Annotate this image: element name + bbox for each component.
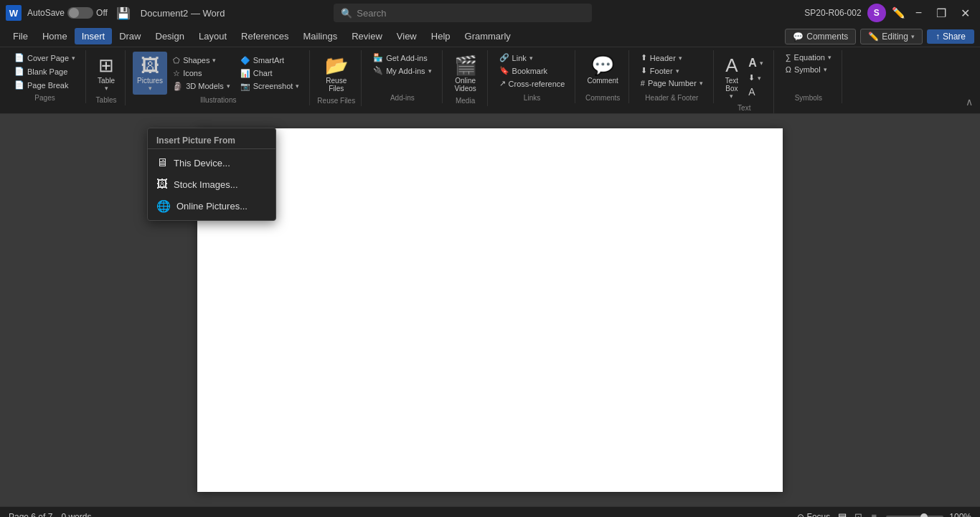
user-id: SP20-R06-002 bbox=[804, 8, 861, 18]
footer-button[interactable]: ⬇ Footer ▾ bbox=[636, 65, 707, 77]
screenshot-button[interactable]: 📷 Screenshot ▾ bbox=[236, 80, 304, 93]
get-addins-button[interactable]: 🏪 Get Add-ins bbox=[369, 52, 435, 64]
shapes-button[interactable]: ⬠ Shapes ▾ bbox=[169, 54, 235, 67]
menu-draw[interactable]: Draw bbox=[112, 28, 148, 44]
cross-reference-icon: ↗ bbox=[499, 79, 506, 88]
online-pictures-label: Online Pictures... bbox=[176, 201, 248, 212]
search-icon: 🔍 bbox=[341, 8, 352, 19]
comments-button[interactable]: 💬 Comments bbox=[785, 29, 856, 44]
smartart-icon: 🔷 bbox=[240, 56, 250, 65]
text-col2: A ▾ ⬇ ▾ A bbox=[744, 55, 768, 99]
page-break-icon: 📄 bbox=[14, 80, 24, 90]
symbol-button[interactable]: Ω Symbol ▾ bbox=[781, 64, 836, 75]
ribbon: 📄 Cover Page ▾ 📄 Blank Page 📄 Page Break… bbox=[0, 47, 980, 114]
ribbon-expand-button[interactable]: ∧ bbox=[963, 93, 976, 110]
text-btn2[interactable]: ⬇ ▾ bbox=[744, 72, 768, 84]
zoom-thumb[interactable] bbox=[920, 513, 928, 517]
this-device-icon: 🖥 bbox=[156, 156, 168, 169]
reuse-files-button[interactable]: 📂 ReuseFiles bbox=[321, 52, 352, 95]
equation-icon: ∑ bbox=[786, 53, 791, 62]
close-button[interactable]: ✕ bbox=[956, 5, 974, 22]
menu-design[interactable]: Design bbox=[149, 28, 192, 44]
ribbon-group-text: A TextBox ▾ A ▾ ⬇ ▾ A Text bbox=[715, 50, 774, 113]
maximize-button[interactable]: ❐ bbox=[932, 5, 951, 22]
doc-title: Document2 — Word bbox=[141, 8, 225, 19]
focus-button[interactable]: ⊙ Focus bbox=[797, 512, 831, 517]
chart-button[interactable]: 📊 Chart bbox=[236, 67, 304, 80]
ribbon-group-addins: 🏪 Get Add-ins 🔌 My Add-ins ▾ Add-ins bbox=[363, 50, 442, 103]
3dmodels-button[interactable]: 🗿 3D Models ▾ bbox=[169, 80, 235, 93]
equation-button[interactable]: ∑ Equation ▾ bbox=[781, 52, 836, 63]
header-button[interactable]: ⬆ Header ▾ bbox=[636, 52, 707, 64]
menu-grammarly[interactable]: Grammarly bbox=[458, 28, 518, 44]
dropdown-header: Insert Picture From bbox=[148, 131, 275, 149]
minimize-button[interactable]: − bbox=[911, 5, 926, 21]
menu-home[interactable]: Home bbox=[35, 28, 75, 44]
menu-layout[interactable]: Layout bbox=[192, 28, 234, 44]
cross-reference-button[interactable]: ↗ Cross-reference bbox=[495, 77, 570, 90]
ribbon-group-pages: 📄 Cover Page ▾ 📄 Blank Page 📄 Page Break… bbox=[4, 50, 86, 103]
save-icon[interactable]: 💾 bbox=[116, 6, 131, 20]
cover-page-button[interactable]: 📄 Cover Page ▾ bbox=[10, 52, 80, 64]
comments-icon: 💬 bbox=[793, 32, 804, 42]
pictures-button[interactable]: 🖼 Pictures ▾ bbox=[133, 52, 167, 95]
web-layout-view[interactable]: ⊡ bbox=[852, 511, 864, 517]
text-btn1[interactable]: A ▾ bbox=[744, 55, 768, 71]
bookmark-button[interactable]: 🔖 Bookmark bbox=[495, 65, 570, 77]
menu-review[interactable]: Review bbox=[344, 28, 390, 44]
menu-references[interactable]: References bbox=[234, 28, 296, 44]
autosave-state: Off bbox=[96, 8, 108, 18]
text-btn3[interactable]: A bbox=[744, 85, 768, 99]
header-icon: ⬆ bbox=[641, 53, 647, 62]
menu-right: 💬 Comments ✏️ Editing ▾ ↑ Share bbox=[785, 29, 974, 44]
pictures-icon: 🖼 bbox=[141, 54, 159, 77]
menu-mailings[interactable]: Mailings bbox=[296, 28, 345, 44]
link-button[interactable]: 🔗 Link ▾ bbox=[495, 52, 570, 64]
page-number-button[interactable]: # Page Number ▾ bbox=[636, 77, 707, 89]
stock-images-label: Stock Images... bbox=[174, 179, 238, 190]
search-bar[interactable]: 🔍 Search bbox=[334, 4, 592, 22]
textbox-button[interactable]: A TextBox ▾ bbox=[721, 52, 743, 103]
blank-page-button[interactable]: 📄 Blank Page bbox=[10, 65, 80, 77]
comment-button[interactable]: 💬 Comment bbox=[583, 52, 622, 87]
online-pictures-item[interactable]: 🌐 Online Pictures... bbox=[148, 195, 275, 217]
screenshot-icon: 📷 bbox=[240, 82, 250, 91]
this-device-item[interactable]: 🖥 This Device... bbox=[148, 152, 275, 174]
read-mode-view[interactable]: ≡ bbox=[867, 511, 880, 517]
menu-help[interactable]: Help bbox=[424, 28, 458, 44]
autosave-label: AutoSave bbox=[27, 8, 65, 18]
ribbon-group-comments: 💬 Comment Comments bbox=[577, 50, 628, 103]
my-addins-icon: 🔌 bbox=[373, 66, 383, 75]
symbols-col: ∑ Equation ▾ Ω Symbol ▾ bbox=[781, 52, 836, 75]
table-button[interactable]: ⊞ Table ▾ bbox=[93, 52, 119, 95]
smartart-button[interactable]: 🔷 SmartArt bbox=[236, 54, 304, 67]
ribbon-group-symbols: ∑ Equation ▾ Ω Symbol ▾ Symbols bbox=[776, 50, 842, 103]
menu-insert[interactable]: Insert bbox=[75, 28, 113, 44]
stock-images-item[interactable]: 🖼 Stock Images... bbox=[148, 174, 275, 195]
online-pictures-icon: 🌐 bbox=[156, 199, 171, 213]
share-button[interactable]: ↑ Share bbox=[927, 29, 974, 44]
hf-col: ⬆ Header ▾ ⬇ Footer ▾ # Page Number ▾ bbox=[636, 52, 707, 89]
menu-file[interactable]: File bbox=[6, 28, 35, 44]
pages-group-label: Pages bbox=[34, 94, 55, 102]
icons-button[interactable]: ☆ Icons bbox=[169, 67, 235, 80]
print-layout-view[interactable]: ▤ bbox=[836, 511, 849, 517]
menu-view[interactable]: View bbox=[390, 28, 424, 44]
hf-group-label: Header & Footer bbox=[645, 94, 698, 102]
ribbon-group-links: 🔗 Link ▾ 🔖 Bookmark ↗ Cross-reference Li… bbox=[489, 50, 576, 103]
search-placeholder: Search bbox=[357, 8, 386, 19]
editing-icon: ✏️ bbox=[868, 32, 879, 42]
autosave-toggle[interactable] bbox=[67, 7, 93, 19]
word-logo: W bbox=[6, 5, 22, 21]
edit-icon[interactable]: ✏️ bbox=[892, 6, 905, 19]
pages-items: 📄 Cover Page ▾ 📄 Blank Page 📄 Page Break bbox=[10, 52, 80, 91]
document-page[interactable] bbox=[197, 128, 783, 492]
page-info: Page 6 of 7 bbox=[9, 512, 52, 517]
page-break-button[interactable]: 📄 Page Break bbox=[10, 79, 80, 91]
online-videos-icon: 🎬 bbox=[454, 54, 477, 77]
editing-button[interactable]: ✏️ Editing ▾ bbox=[860, 29, 923, 44]
table-icon: ⊞ bbox=[98, 54, 114, 77]
online-videos-button[interactable]: 🎬 OnlineVideos bbox=[450, 52, 481, 95]
menu-bar: File Home Insert Draw Design Layout Refe… bbox=[0, 26, 980, 47]
my-addins-button[interactable]: 🔌 My Add-ins ▾ bbox=[369, 65, 435, 77]
